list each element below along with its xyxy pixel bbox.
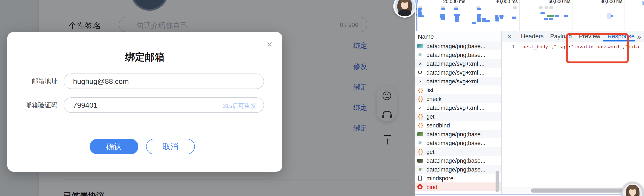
domcontentloaded-marker xyxy=(416,3,416,31)
red-annotation-box xyxy=(566,33,629,64)
network-overview-timeline[interactable]: 20,000 ms40,000 ms60,000 ms80,000 ms xyxy=(415,0,644,31)
network-request-row[interactable]: mindspore xyxy=(415,174,501,182)
request-list-scrollbar[interactable] xyxy=(496,171,499,192)
waterfall-bar xyxy=(608,13,608,16)
image-thumbnail-icon xyxy=(418,140,423,146)
request-name: check xyxy=(426,96,442,102)
image-thumbnail-icon xyxy=(418,131,423,137)
json-request-icon: {} xyxy=(418,149,423,154)
waterfall-bar xyxy=(454,14,460,16)
waterfall-bar xyxy=(495,19,499,22)
waterfall-bar xyxy=(547,15,554,17)
tab-headers[interactable]: Headers xyxy=(521,33,544,42)
avatar-body xyxy=(398,10,411,18)
waterfall-bar xyxy=(500,15,504,17)
name-column-header[interactable]: Name xyxy=(415,31,501,41)
cancel-button[interactable]: 取消 xyxy=(146,139,195,154)
waterfall-bar xyxy=(540,12,545,14)
waterfall-bar xyxy=(482,20,483,22)
network-request-row[interactable]: data:image/png;base... xyxy=(415,130,501,138)
image-thumbnail-icon xyxy=(418,43,423,49)
network-request-row[interactable]: ›data:image/svg+xml,... xyxy=(415,77,501,86)
network-request-row[interactable]: {}check xyxy=(415,94,501,103)
timeline-tick-label: 40,000 ms xyxy=(490,0,518,4)
resend-countdown-hint: 31s后可重发 xyxy=(222,102,256,110)
field-value: 799401 xyxy=(73,101,97,110)
waterfall-bar xyxy=(513,6,517,8)
thumb xyxy=(418,168,422,171)
name-header-label: Name xyxy=(418,33,434,40)
network-request-row[interactable]: data:image/png;base... xyxy=(415,138,501,147)
request-name: data:image/png;base... xyxy=(426,52,486,58)
network-request-row[interactable]: {}get xyxy=(415,147,501,156)
network-request-row[interactable]: data:image/png;base... xyxy=(415,156,501,165)
request-name: data:image/svg+xml,... xyxy=(426,78,484,85)
check-glyph-icon: ✓ xyxy=(418,105,423,110)
network-request-row[interactable]: ×data:image/svg+xml,... xyxy=(415,59,501,68)
timeline-tick-label: 60,000 ms xyxy=(542,0,570,4)
waterfall-bar xyxy=(548,18,553,20)
request-name: get xyxy=(426,149,434,156)
x-glyph-icon: × xyxy=(418,61,423,66)
waterfall-bar xyxy=(454,8,458,10)
waterfall-bar xyxy=(416,14,417,16)
email-input[interactable]: hughug@88.com xyxy=(64,74,264,89)
verification-code-input[interactable]: 79940131s后可重发 xyxy=(64,97,264,113)
network-request-row[interactable]: data:image/png;base... xyxy=(415,165,501,174)
devtools-bottom-border xyxy=(415,194,644,195)
network-request-row[interactable]: data:image/svg+xml,... xyxy=(415,68,501,77)
network-request-row[interactable]: {}sendbind xyxy=(415,121,501,130)
waterfall-bar xyxy=(419,15,424,18)
request-name: data:image/png;base... xyxy=(426,158,486,164)
overview-right-handle[interactable] xyxy=(642,1,644,5)
refresh-glyph-icon xyxy=(418,70,423,75)
screenshot-root: 个性签名 一句话介绍你自己 0 / 200 绑定修改绑定绑定绑定 已签署协议 ↑… xyxy=(0,0,644,196)
waterfall-bar xyxy=(477,20,481,22)
json-request-icon: {} xyxy=(418,114,423,119)
waterfall-bar xyxy=(472,22,476,24)
network-request-row[interactable]: ✓data:image/svg+xml,... xyxy=(415,103,501,112)
doc-shape xyxy=(418,176,422,180)
network-request-row[interactable]: {}list xyxy=(415,86,501,94)
modal-title: 绑定邮箱 xyxy=(7,50,282,64)
response-hscroll-thumb[interactable] xyxy=(531,188,625,192)
waterfall-bar xyxy=(442,8,445,10)
waterfall-bar xyxy=(455,16,459,18)
timeline-tick-label: 20,000 ms xyxy=(437,0,465,4)
json-request-icon: {} xyxy=(418,87,423,93)
avatar-fringe xyxy=(628,186,637,190)
waterfall-bar xyxy=(495,17,499,19)
panel-divider[interactable] xyxy=(501,31,502,194)
waterfall-bar xyxy=(495,15,498,17)
waterfall-bar xyxy=(512,16,516,19)
confirm-button[interactable]: 确认 xyxy=(90,139,138,154)
modal-field-row: 邮箱验证码79940131s后可重发 xyxy=(7,97,282,113)
waterfall-bar xyxy=(549,6,553,8)
network-request-row[interactable]: data:image/png;base... xyxy=(415,50,501,59)
waterfall-bar xyxy=(477,14,481,16)
image-thumbnail-icon xyxy=(418,52,423,58)
more-tabs-icon[interactable]: » xyxy=(637,32,641,41)
image-thumbnail-icon xyxy=(418,166,423,172)
timeline-gridline xyxy=(467,0,467,31)
waterfall-bar xyxy=(482,18,486,20)
close-details-icon[interactable]: × xyxy=(506,32,513,40)
waterfall-bar xyxy=(418,8,422,10)
json-string-segment: uest_body" xyxy=(522,44,551,50)
request-name: get xyxy=(426,114,434,120)
request-name: data:image/svg+xml,... xyxy=(426,70,484,76)
json-request-icon: {} xyxy=(418,122,423,128)
bind-email-modal: × 绑定邮箱 邮箱地址hughug@88.com邮箱验证码79940131s后可… xyxy=(7,32,282,172)
devtools-panel: 20,000 ms40,000 ms60,000 ms80,000 ms Nam… xyxy=(414,0,644,196)
waterfall-bar xyxy=(500,17,503,19)
error-icon: × xyxy=(418,184,423,190)
network-request-row[interactable]: ×bind xyxy=(415,182,501,191)
close-icon[interactable]: × xyxy=(264,39,275,50)
network-request-row[interactable]: data:image/png;base... xyxy=(415,42,501,50)
modal-field-row: 邮箱地址hughug@88.com xyxy=(7,74,282,89)
error-badge: × xyxy=(418,184,422,189)
thumb xyxy=(418,53,422,56)
field-label: 邮箱验证码 xyxy=(7,101,58,110)
request-name: data:image/png;base... xyxy=(426,140,486,146)
network-request-row[interactable]: {}get xyxy=(415,112,501,121)
